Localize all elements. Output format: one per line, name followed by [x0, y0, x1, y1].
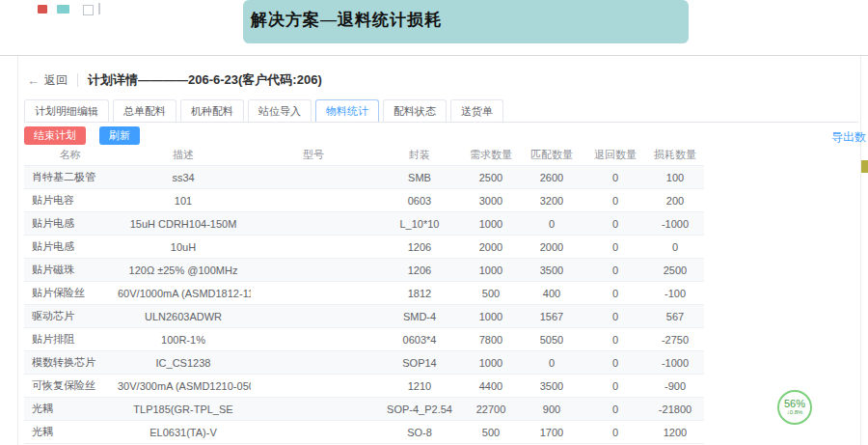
column-header: 描述 — [116, 145, 251, 166]
cell: 3500 — [519, 259, 584, 282]
cell: 0 — [584, 351, 646, 375]
cell: 3200 — [519, 189, 584, 212]
cell: 2600 — [519, 166, 584, 189]
cell — [251, 305, 376, 328]
progress-percent: 56% — [784, 399, 805, 409]
cell: IC_CS1238 — [116, 351, 251, 375]
cell: 1206 — [376, 236, 463, 259]
back-button[interactable]: 返回 — [44, 72, 68, 89]
table-row[interactable]: 贴片电感15uH CDRH104-150ML_10*10100000-1000 — [24, 212, 704, 236]
table-header-row: 名称描述型号封装需求数量匹配数量退回数量损耗数量 — [24, 145, 704, 166]
cell: SMD-4 — [376, 305, 463, 328]
table-row[interactable]: 肖特基二极管ss34SMB250026000100 — [24, 166, 704, 189]
cell: 22700 — [463, 398, 519, 421]
cell: SOP14 — [376, 351, 463, 375]
cell: 60V/1000mA (ASMD1812-110-33V) — [116, 282, 251, 305]
cell: 1000 — [463, 259, 519, 282]
cell: 2000 — [519, 236, 584, 259]
cell: 1206 — [376, 259, 463, 282]
table-body: 肖特基二极管ss34SMB250026000100贴片电容10106033000… — [24, 166, 704, 444]
cell: ss34 — [116, 166, 251, 189]
page-title: 计划详情————206-6-23(客户代码:206) — [88, 71, 322, 89]
end-plan-button[interactable]: 结束计划 — [24, 126, 86, 145]
table-row[interactable]: 贴片保险丝60V/1000mA (ASMD1812-110-33V)181250… — [24, 282, 704, 305]
cell: 2000 — [463, 236, 519, 259]
cell: 0 — [584, 421, 646, 444]
cell: 光耦 — [24, 398, 116, 421]
table-row[interactable]: 光耦EL0631(TA)-VSO-8500170001200 — [24, 421, 704, 444]
header-divider — [77, 73, 78, 87]
tab-3[interactable]: 站位导入 — [248, 99, 312, 122]
cell: 10uH — [116, 236, 251, 259]
cell: 120Ω ±25% @100MHz — [116, 259, 251, 282]
cell: 1210 — [376, 375, 463, 398]
tab-1[interactable]: 总单配料 — [113, 99, 176, 122]
cell: 贴片电感 — [24, 236, 116, 259]
cell — [251, 282, 376, 305]
cell: -1000 — [646, 351, 704, 375]
column-header: 损耗数量 — [646, 145, 704, 166]
refresh-button[interactable]: 刷新 — [99, 126, 140, 145]
tab-6[interactable]: 送货单 — [450, 99, 503, 122]
cell: 3500 — [519, 375, 584, 398]
cell: SMB — [376, 166, 463, 189]
cell: ULN2603ADWR — [116, 305, 251, 328]
edge-strip — [861, 160, 868, 173]
table-row[interactable]: 可恢复保险丝30V/300mA (ASMD1210-050-24V)121044… — [24, 375, 704, 398]
cell: 0 — [584, 259, 646, 282]
cell: 0 — [584, 375, 646, 398]
cell — [251, 166, 376, 189]
page-header: ← 返回 计划详情————206-6-23(客户代码:206) — [27, 71, 322, 89]
cell: 0 — [519, 212, 584, 236]
ui-fragment-teal — [57, 5, 69, 14]
screen: 解决方案—退料统计损耗 ← 返回 计划详情————206-6-23(客户代码:2… — [0, 0, 868, 445]
progress-badge: 56% ↓0.8% — [777, 390, 812, 425]
cell: 1567 — [519, 305, 584, 328]
cell — [251, 212, 376, 236]
column-header: 封装 — [376, 145, 463, 166]
table-row[interactable]: 贴片磁珠120Ω ±25% @100MHz12061000350002500 — [24, 259, 704, 282]
column-header: 需求数量 — [463, 145, 519, 166]
card-right-border — [860, 56, 861, 445]
cell: 0603*4 — [376, 328, 463, 351]
export-link[interactable]: 导出数 — [831, 129, 866, 146]
cell: 0 — [584, 328, 646, 351]
cell — [251, 375, 376, 398]
cell: TLP185(GR-TPL_SE — [116, 398, 251, 421]
table-row[interactable]: 贴片电感10uH12062000200000 — [24, 236, 704, 259]
cell: 0 — [584, 166, 646, 189]
cell: 2500 — [646, 259, 704, 282]
cell: 1200 — [646, 421, 704, 444]
cell: 0 — [584, 305, 646, 328]
cell: 光耦 — [24, 421, 116, 444]
cell: -1000 — [646, 212, 704, 236]
cell: 1000 — [463, 212, 519, 236]
table-row[interactable]: 贴片电容1010603300032000200 — [24, 189, 704, 212]
card-top-border — [0, 55, 868, 56]
cell: 101 — [116, 189, 251, 212]
tab-0[interactable]: 计划明细编辑 — [24, 99, 109, 122]
cell: 1000 — [463, 351, 519, 375]
tab-5[interactable]: 配料状态 — [383, 99, 447, 122]
cell — [251, 351, 376, 375]
cell: 2500 — [463, 166, 519, 189]
cell: 贴片电感 — [24, 212, 116, 236]
table-row[interactable]: 光耦TLP185(GR-TPL_SESOP-4_P2.54227009000-2… — [24, 398, 704, 421]
table-row[interactable]: 贴片排阻100R-1%0603*4780050500-2750 — [24, 328, 704, 351]
cell — [251, 189, 376, 212]
table-row[interactable]: 模数转换芯片IC_CS1238SOP14100000-1000 — [24, 351, 704, 375]
tab-2[interactable]: 机种配料 — [180, 99, 244, 122]
cell: 7800 — [463, 328, 519, 351]
cell: 可恢复保险丝 — [24, 375, 116, 398]
cell: 贴片磁珠 — [24, 259, 116, 282]
cell: 0 — [646, 236, 704, 259]
table-row[interactable]: 驱动芯片ULN2603ADWRSMD-4100015670567 — [24, 305, 704, 328]
cell — [251, 259, 376, 282]
tab-4[interactable]: 物料统计 — [315, 99, 379, 122]
cell: 100R-1% — [116, 328, 251, 351]
cell: 100 — [646, 166, 704, 189]
column-header: 匹配数量 — [519, 145, 584, 166]
card-left-border — [17, 56, 18, 445]
cell: 5050 — [519, 328, 584, 351]
back-arrow-icon[interactable]: ← — [27, 73, 40, 88]
